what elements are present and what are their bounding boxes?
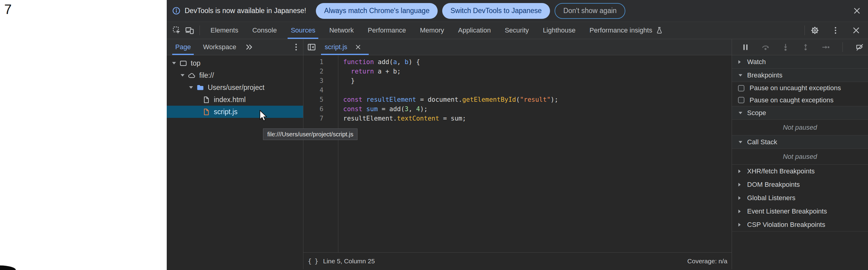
- line-number[interactable]: 4: [303, 86, 338, 95]
- file-label: Users/user/project: [208, 84, 265, 92]
- step-into-icon: [781, 43, 790, 52]
- editor-tab-script-js[interactable]: script.js: [321, 39, 369, 55]
- more-navigator-tabs-button[interactable]: [245, 42, 254, 52]
- file-label: script.js: [214, 108, 238, 116]
- expand-arrow-icon[interactable]: [172, 62, 176, 64]
- tab-label: Lighthouse: [543, 26, 576, 34]
- section-csp-violation-breakpoints[interactable]: CSP Violation Breakpoints: [732, 218, 868, 232]
- tab-lighthouse[interactable]: Lighthouse: [536, 22, 583, 39]
- expand-arrow-icon[interactable]: [189, 86, 193, 89]
- section-event-listener-breakpoints[interactable]: Event Listener Breakpoints: [732, 205, 868, 218]
- js-file-icon: [202, 108, 211, 116]
- infobar-message: DevTools is now available in Japanese!: [185, 7, 306, 15]
- code-line-text[interactable]: return a + b;: [338, 67, 401, 76]
- code-line-text[interactable]: resultElement.textContent = sum;: [338, 114, 466, 123]
- editor-pane: script.js 1function add(a, b) {2 return …: [303, 39, 732, 269]
- tab-memory[interactable]: Memory: [413, 22, 451, 39]
- close-tab-button[interactable]: [350, 44, 362, 51]
- toggle-navigator-button[interactable]: [307, 42, 316, 52]
- code-line-text[interactable]: }: [338, 76, 355, 86]
- code-line-text[interactable]: function add(a, b) {: [338, 57, 420, 67]
- tab-network[interactable]: Network: [322, 22, 361, 39]
- tab-performance-insights[interactable]: Performance insights: [583, 22, 670, 39]
- line-number[interactable]: 2: [303, 67, 338, 76]
- code-line-text[interactable]: const sum = add(3, 4);: [338, 104, 428, 114]
- panel-left-icon: [307, 42, 316, 52]
- editor-tab-strip: script.js: [303, 39, 732, 55]
- tab-label: Sources: [291, 26, 315, 34]
- code-line-text[interactable]: [338, 86, 343, 95]
- line-number[interactable]: 3: [303, 76, 338, 86]
- code-line-7: 7resultElement.textContent = sum;: [303, 114, 732, 123]
- tab-label: Memory: [420, 26, 444, 34]
- tab-console[interactable]: Console: [245, 22, 284, 39]
- tab-application[interactable]: Application: [451, 22, 498, 39]
- navigator-tab-workspace[interactable]: Workspace: [202, 39, 238, 55]
- section-watch[interactable]: Watch: [732, 55, 868, 69]
- code-editor[interactable]: 1function add(a, b) {2 return a + b;3 }4…: [303, 55, 732, 252]
- expand-arrow-icon: [738, 223, 741, 227]
- more-options-button[interactable]: [831, 26, 840, 35]
- settings-button[interactable]: [810, 26, 819, 35]
- file-icon: [202, 96, 211, 104]
- flask-icon: [655, 26, 663, 34]
- pretty-print-icon[interactable]: { }: [308, 257, 318, 265]
- pause-on-caught-exceptions-checkbox[interactable]: [738, 97, 744, 103]
- not-paused-message: Not paused: [732, 149, 868, 164]
- tree-item-script-js[interactable]: script.js: [167, 106, 303, 118]
- tab-performance[interactable]: Performance: [361, 22, 413, 39]
- tree-item-top[interactable]: top: [167, 57, 303, 69]
- navigator-tab-strip: PageWorkspace: [167, 39, 303, 55]
- navigator-more-options-button[interactable]: [291, 42, 301, 52]
- line-number[interactable]: 7: [303, 114, 338, 123]
- step-out-button[interactable]: [801, 43, 810, 52]
- section-xhr-fetch-breakpoints[interactable]: XHR/fetch Breakpoints: [732, 164, 868, 178]
- tab-security[interactable]: Security: [498, 22, 536, 39]
- close-devtools-button[interactable]: [851, 26, 861, 35]
- section-dom-breakpoints[interactable]: DOM Breakpoints: [732, 178, 868, 191]
- section-label: DOM Breakpoints: [747, 181, 800, 189]
- cursor-position-status: Line 5, Column 25: [323, 258, 375, 265]
- tree-item-index-html[interactable]: index.html: [167, 94, 303, 106]
- deactivate-breakpoints-button[interactable]: [855, 43, 864, 52]
- coverage-status: Coverage: n/a: [687, 258, 727, 265]
- expand-arrow-icon[interactable]: [181, 74, 185, 77]
- line-number[interactable]: 6: [303, 104, 338, 114]
- step-over-button[interactable]: [761, 43, 770, 52]
- tab-label: Application: [458, 26, 491, 34]
- close-icon: [852, 6, 861, 15]
- tab-sources[interactable]: Sources: [284, 22, 322, 39]
- inspect-element-button[interactable]: [172, 26, 181, 35]
- browser-page: 7: [0, 0, 167, 270]
- kebab-icon: [291, 42, 301, 52]
- tab-elements[interactable]: Elements: [204, 22, 245, 39]
- section-breakpoints[interactable]: Breakpoints: [732, 69, 868, 82]
- info-icon: [172, 6, 181, 15]
- pause-script-button[interactable]: [741, 43, 750, 52]
- device-toolbar-button[interactable]: [185, 26, 194, 35]
- step-button[interactable]: [821, 43, 830, 52]
- line-number[interactable]: 1: [303, 57, 338, 67]
- navigator-tab-page[interactable]: Page: [174, 39, 192, 55]
- code-line-text[interactable]: const resultElement = document.getElemen…: [338, 95, 558, 104]
- section-label: CSP Violation Breakpoints: [747, 221, 825, 229]
- infobar-close-button[interactable]: [852, 6, 861, 15]
- tree-item-users-user-project[interactable]: Users/user/project: [167, 81, 303, 94]
- pause-icon: [741, 43, 750, 52]
- switch-devtools-to-japanese-button[interactable]: Switch DevTools to Japanese: [442, 3, 550, 19]
- always-match-chrome-s-language-button[interactable]: Always match Chrome's language: [316, 3, 438, 19]
- section-global-listeners[interactable]: Global Listeners: [732, 191, 868, 205]
- section-scope[interactable]: Scope: [732, 106, 868, 120]
- step-into-button[interactable]: [781, 43, 790, 52]
- line-number[interactable]: 5: [303, 95, 338, 104]
- collapse-arrow-icon: [739, 74, 742, 77]
- section-label: Event Listener Breakpoints: [747, 207, 827, 215]
- tree-item-file[interactable]: file://: [167, 69, 303, 81]
- section-call-stack[interactable]: Call Stack: [732, 136, 868, 149]
- section-label: Call Stack: [747, 138, 777, 146]
- don-t-show-again-button[interactable]: Don't show again: [555, 3, 626, 19]
- checkbox-label: Pause on uncaught exceptions: [749, 84, 841, 92]
- bottom-left-artifact: [0, 265, 16, 270]
- pause-on-uncaught-exceptions-checkbox[interactable]: [738, 85, 744, 91]
- code-line-6: 6const sum = add(3, 4);: [303, 104, 732, 114]
